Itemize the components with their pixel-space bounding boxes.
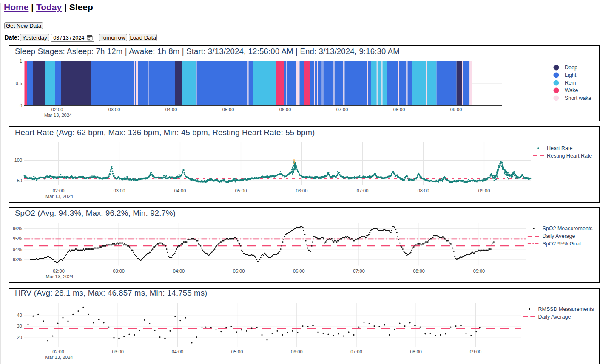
- svg-text:100: 100: [14, 158, 22, 163]
- svg-text:Daily Average: Daily Average: [538, 314, 571, 320]
- svg-text:RMSSD Measurements: RMSSD Measurements: [538, 306, 594, 312]
- svg-text:Mar 13, 2024: Mar 13, 2024: [44, 113, 72, 118]
- svg-text:Short wake: Short wake: [565, 95, 591, 101]
- svg-text:0.5: 0.5: [16, 81, 22, 86]
- svg-text:04:00: 04:00: [174, 188, 186, 193]
- svg-text:02:00: 02:00: [53, 188, 65, 193]
- svg-text:Mar 13, 2024: Mar 13, 2024: [45, 355, 73, 360]
- svg-text:Deep: Deep: [565, 65, 577, 71]
- svg-text:04:00: 04:00: [173, 268, 185, 274]
- svg-text:Sleep Stages: Asleep: 7h 12m |: Sleep Stages: Asleep: 7h 12m | Awake: 1h…: [15, 47, 400, 56]
- svg-text:09:00: 09:00: [478, 188, 490, 193]
- svg-text:03:00: 03:00: [114, 188, 125, 193]
- svg-text:03:00: 03:00: [112, 349, 124, 354]
- svg-text:Rem: Rem: [565, 80, 576, 86]
- svg-text:Mar 13, 2024: Mar 13, 2024: [45, 194, 73, 199]
- svg-text:09:00: 09:00: [470, 349, 482, 354]
- svg-text:02:00: 02:00: [51, 107, 63, 112]
- svg-text:08:00: 08:00: [410, 349, 422, 354]
- svg-text:06:00: 06:00: [296, 188, 308, 193]
- svg-text:07:00: 07:00: [357, 188, 369, 193]
- svg-text:SpO2 Measurements: SpO2 Measurements: [543, 226, 593, 231]
- svg-text:08:00: 08:00: [418, 188, 429, 193]
- svg-text:05:00: 05:00: [235, 188, 247, 193]
- svg-text:Light: Light: [565, 72, 577, 78]
- svg-text:04:00: 04:00: [165, 107, 177, 112]
- svg-text:20: 20: [17, 335, 22, 340]
- svg-text:50: 50: [17, 178, 22, 183]
- svg-text:95%: 95%: [13, 236, 22, 241]
- svg-text:07:00: 07:00: [353, 268, 365, 274]
- svg-text:02:00: 02:00: [53, 268, 65, 274]
- svg-text:08:00: 08:00: [413, 268, 425, 274]
- svg-text:SpO2 95% Goal: SpO2 95% Goal: [543, 241, 581, 247]
- svg-text:Wake: Wake: [565, 87, 578, 93]
- svg-text:SpO2 (Avg: 94.3%, Max: 96.2%,: SpO2 (Avg: 94.3%, Max: 96.2%, Min: 92.7%…: [15, 209, 176, 217]
- svg-text:Heart Rate (Avg: 62 bpm, Max:: Heart Rate (Avg: 62 bpm, Max: 136 bpm, M…: [15, 128, 315, 137]
- svg-text:Mar 13, 2024: Mar 13, 2024: [46, 274, 74, 279]
- svg-text:02:00: 02:00: [52, 349, 64, 354]
- svg-text:06:00: 06:00: [279, 107, 291, 112]
- svg-text:07:00: 07:00: [336, 107, 348, 112]
- svg-text:03:00: 03:00: [113, 268, 125, 274]
- svg-text:05:00: 05:00: [231, 349, 243, 354]
- svg-text:HRV (Avg: 28.1 ms, Max: 46.857: HRV (Avg: 28.1 ms, Max: 46.857 ms, Min: …: [15, 288, 207, 297]
- svg-text:07:00: 07:00: [350, 349, 362, 354]
- svg-text:93%: 93%: [13, 257, 22, 262]
- svg-text:30: 30: [17, 324, 22, 329]
- svg-text:Heart Rate: Heart Rate: [547, 145, 572, 151]
- svg-text:04:00: 04:00: [172, 349, 184, 354]
- svg-text:96%: 96%: [13, 226, 22, 231]
- svg-text:40: 40: [17, 313, 22, 318]
- svg-text:08:00: 08:00: [393, 107, 405, 112]
- svg-text:1: 1: [20, 59, 22, 64]
- svg-text:03:00: 03:00: [108, 107, 120, 112]
- svg-text:0: 0: [20, 103, 22, 108]
- svg-text:06:00: 06:00: [291, 349, 303, 354]
- svg-text:Resting Heart Rate: Resting Heart Rate: [547, 153, 592, 159]
- svg-text:05:00: 05:00: [222, 107, 234, 112]
- svg-text:Daily Average: Daily Average: [543, 233, 575, 239]
- svg-text:94%: 94%: [13, 247, 22, 252]
- svg-text:09:00: 09:00: [473, 268, 485, 274]
- svg-text:09:00: 09:00: [450, 107, 462, 112]
- svg-text:05:00: 05:00: [233, 268, 245, 274]
- svg-text:06:00: 06:00: [293, 268, 305, 274]
